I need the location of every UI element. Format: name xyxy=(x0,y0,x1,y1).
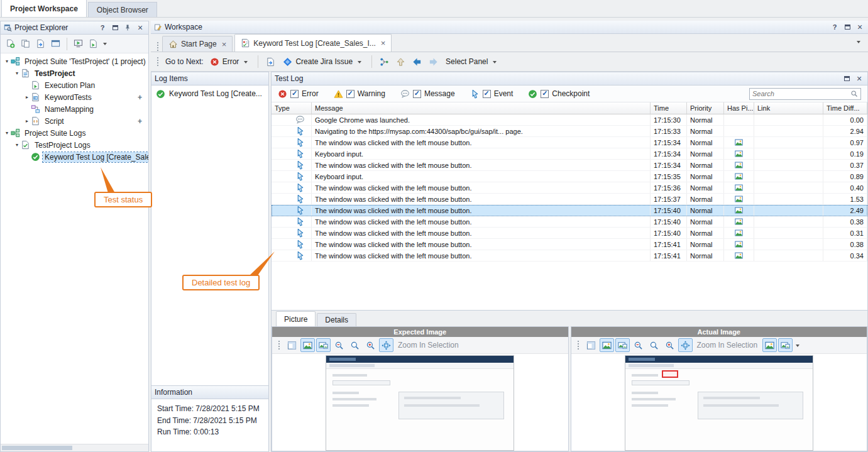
close-icon[interactable] xyxy=(855,23,865,32)
chevron-down-icon[interactable] xyxy=(796,345,799,349)
result-tab[interactable]: Details xyxy=(317,313,356,326)
add-child-button[interactable] xyxy=(138,93,142,102)
post-defect-icon[interactable] xyxy=(377,55,392,69)
previous-result-icon[interactable] xyxy=(410,55,424,69)
horizontal-scrollbar[interactable] xyxy=(1,444,148,451)
expected-image-thumbnail[interactable] xyxy=(326,355,514,451)
view-mode-icon[interactable] xyxy=(762,338,777,352)
document-tab[interactable]: Start Page xyxy=(162,36,233,52)
run-test-icon[interactable] xyxy=(86,37,101,51)
tree-item[interactable]: NameMapping xyxy=(1,103,148,115)
column-header[interactable]: Time Diff... xyxy=(823,102,867,114)
open-in-new-window-icon[interactable] xyxy=(584,338,598,352)
copy-image-icon[interactable] xyxy=(615,338,630,352)
tree-item[interactable]: Script xyxy=(1,115,148,127)
object-browser-icon[interactable] xyxy=(48,37,63,51)
log-row[interactable]: Navigating to the https://mysap.com:4430… xyxy=(272,126,867,137)
toolbar-grip[interactable] xyxy=(577,340,580,350)
document-tab[interactable]: Keyword Test Log [Create_Sales_I... xyxy=(234,34,392,52)
float-icon[interactable] xyxy=(842,23,852,32)
log-filter[interactable]: Warning xyxy=(334,89,385,99)
search-input[interactable] xyxy=(752,90,849,97)
log-item[interactable]: Keyword Test Log [Create... xyxy=(151,87,268,100)
log-row[interactable]: The window was clicked with the left mou… xyxy=(272,137,867,148)
tree-expander-icon[interactable] xyxy=(23,94,31,100)
tree-expander-icon[interactable] xyxy=(3,130,11,136)
log-row[interactable]: The window was clicked with the left mou… xyxy=(272,182,867,194)
log-row[interactable]: Keyboard input. 17:15:35 Normal 0.89 xyxy=(272,171,867,182)
log-filter[interactable]: Error xyxy=(278,89,319,99)
run-options-dropdown-icon[interactable] xyxy=(103,43,107,47)
tree-expander-icon[interactable] xyxy=(23,118,31,124)
toolbar-grip[interactable] xyxy=(157,57,159,67)
column-header[interactable]: Message xyxy=(312,102,651,114)
actual-image-thumbnail[interactable] xyxy=(625,355,813,451)
filter-checkbox[interactable] xyxy=(541,90,549,98)
help-icon[interactable] xyxy=(97,23,107,33)
help-icon[interactable] xyxy=(830,23,840,32)
toolbar-grip[interactable] xyxy=(157,41,159,52)
log-row[interactable]: The window was clicked with the left mou… xyxy=(272,250,867,262)
tab-list-dropdown-icon[interactable] xyxy=(857,41,860,45)
create-issue-button[interactable] xyxy=(263,55,278,69)
tree-item[interactable]: Keyword Test Log [Create_Sales xyxy=(1,151,148,163)
zoom-normal-icon[interactable] xyxy=(348,338,362,352)
zoom-out-icon[interactable] xyxy=(332,338,346,352)
column-header[interactable]: Type xyxy=(272,102,312,114)
column-header[interactable]: Has Pi... xyxy=(724,102,754,114)
compare-mode-icon[interactable] xyxy=(778,338,793,352)
zoom-in-icon[interactable] xyxy=(662,338,677,352)
log-row[interactable]: Google Chrome was launched. 17:15:30 Nor… xyxy=(272,114,867,126)
tab-close-icon[interactable] xyxy=(381,38,386,48)
export-log-icon[interactable] xyxy=(393,55,408,69)
add-existing-item-icon[interactable] xyxy=(18,37,33,51)
tree-item[interactable]: Execution Plan xyxy=(1,79,148,91)
tree-expander-icon[interactable] xyxy=(3,58,11,64)
log-filter[interactable]: Event xyxy=(470,89,514,99)
scrollbar-thumb[interactable] xyxy=(2,446,72,450)
log-row[interactable]: The window was clicked with the left mou… xyxy=(272,228,867,239)
log-row[interactable]: The window was clicked with the left mou… xyxy=(272,194,867,205)
log-filter[interactable]: Message xyxy=(400,89,455,99)
filter-checkbox[interactable] xyxy=(483,90,491,98)
copy-image-icon[interactable] xyxy=(316,338,331,352)
log-row[interactable]: The window was clicked with the left mou… xyxy=(272,239,867,250)
log-row[interactable]: The window was clicked with the left mou… xyxy=(272,216,867,228)
go-to-next-error-button[interactable]: Error xyxy=(207,56,253,68)
zoom-normal-icon[interactable] xyxy=(647,338,661,352)
result-tab[interactable]: Picture xyxy=(276,311,316,326)
column-header[interactable]: Time xyxy=(651,102,687,114)
zoom-in-selection-icon[interactable] xyxy=(678,338,693,352)
float-icon[interactable] xyxy=(842,74,852,84)
open-file-icon[interactable] xyxy=(33,37,48,51)
tree-expander-icon[interactable] xyxy=(13,142,21,148)
zoom-in-icon[interactable] xyxy=(363,338,378,352)
tree-expander-icon[interactable] xyxy=(13,70,21,76)
workspace-tab[interactable]: Object Browser xyxy=(88,2,157,17)
filter-checkbox[interactable] xyxy=(413,90,421,98)
column-header[interactable]: Link xyxy=(754,102,823,114)
tree-item[interactable]: Project Suite 'TestProject' (1 project) xyxy=(1,55,148,67)
select-panel-button[interactable]: Select Panel xyxy=(442,56,502,67)
pin-icon[interactable] xyxy=(123,23,133,33)
log-row[interactable]: The window was clicked with the left mou… xyxy=(272,160,867,171)
run-project-icon[interactable] xyxy=(71,37,85,51)
close-icon[interactable] xyxy=(135,23,145,33)
filter-checkbox[interactable] xyxy=(346,90,354,98)
open-in-new-window-icon[interactable] xyxy=(285,338,299,352)
zoom-out-icon[interactable] xyxy=(631,338,646,352)
add-new-item-icon[interactable] xyxy=(3,37,18,51)
zoom-in-selection-icon[interactable] xyxy=(379,338,393,352)
tree-item[interactable]: TestProject Logs xyxy=(1,139,148,151)
tree-item[interactable]: Project Suite Logs xyxy=(1,127,148,139)
tree-item[interactable]: KeywordTests xyxy=(1,91,148,103)
log-row[interactable]: The window was clicked with the left mou… xyxy=(272,205,867,216)
close-icon[interactable] xyxy=(854,74,864,84)
tab-close-icon[interactable] xyxy=(222,40,227,49)
tree-item[interactable]: TestProject xyxy=(1,67,148,79)
toolbar-grip[interactable] xyxy=(278,340,280,350)
filter-checkbox[interactable] xyxy=(290,90,299,98)
show-image-icon[interactable] xyxy=(300,338,315,352)
float-icon[interactable] xyxy=(110,23,120,33)
show-image-icon[interactable] xyxy=(600,338,614,352)
